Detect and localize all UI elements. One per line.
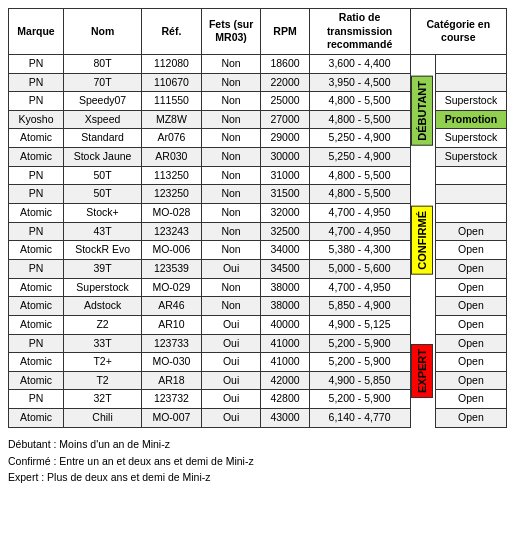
cell-ratio: 4,700 - 4,950 (309, 222, 410, 241)
cell-fets: Oui (201, 334, 261, 353)
cell-marque: Atomic (9, 315, 64, 334)
cell-ref: 123732 (142, 390, 202, 409)
cell-rpm: 42800 (261, 390, 309, 409)
badge-label-debutant: DÉBUTANT (411, 76, 433, 146)
cell-ratio: 4,800 - 5,500 (309, 166, 410, 185)
cell-rpm: 38000 (261, 297, 309, 316)
cell-ref: 112080 (142, 54, 202, 73)
cell-fets: Non (201, 129, 261, 148)
cell-ref: Ar076 (142, 129, 202, 148)
cell-fets: Oui (201, 409, 261, 428)
table-row: PN50T113250Non310004,800 - 5,500CONFIRMÉ (9, 166, 507, 185)
cell-ratio: 5,200 - 5,900 (309, 390, 410, 409)
cell-ref: MO-007 (142, 409, 202, 428)
cell-fets: Non (201, 166, 261, 185)
cell-ratio: 3,950 - 4,500 (309, 73, 410, 92)
cell-cat: Open (435, 334, 506, 353)
cell-ratio: 5,000 - 5,600 (309, 259, 410, 278)
cell-ref: 123243 (142, 222, 202, 241)
cell-ref: AR46 (142, 297, 202, 316)
cell-marque: PN (9, 92, 64, 111)
cell-marque: Atomic (9, 353, 64, 372)
cell-ratio: 3,600 - 4,400 (309, 54, 410, 73)
cell-ratio: 4,800 - 5,500 (309, 92, 410, 111)
cell-ref: MO-030 (142, 353, 202, 372)
cell-rpm: 30000 (261, 148, 309, 167)
cell-fets: Non (201, 73, 261, 92)
header-nom: Nom (64, 9, 142, 55)
cell-cat: Open (435, 241, 506, 260)
cell-marque: Atomic (9, 409, 64, 428)
header-cat: Catégorie en course (410, 9, 506, 55)
cell-ref: MO-006 (142, 241, 202, 260)
cell-nom: 80T (64, 54, 142, 73)
cell-rpm: 34000 (261, 241, 309, 260)
cell-cat (435, 204, 506, 223)
cell-cat: Open (435, 315, 506, 334)
cell-nom: StockR Evo (64, 241, 142, 260)
cell-marque: Kyosho (9, 110, 64, 129)
cell-marque: PN (9, 222, 64, 241)
cell-ref: MZ8W (142, 110, 202, 129)
cell-marque: Atomic (9, 371, 64, 390)
cell-ratio: 5,200 - 5,900 (309, 353, 410, 372)
cell-cat: Superstock (435, 92, 506, 111)
cell-fets: Oui (201, 259, 261, 278)
cell-fets: Oui (201, 315, 261, 334)
cell-ratio: 4,900 - 5,125 (309, 315, 410, 334)
cell-fets: Non (201, 54, 261, 73)
cell-ref: 113250 (142, 166, 202, 185)
cell-nom: 43T (64, 222, 142, 241)
cell-marque: PN (9, 390, 64, 409)
cell-rpm: 32000 (261, 204, 309, 223)
badge-expert: EXPERT (410, 315, 435, 427)
cell-rpm: 32500 (261, 222, 309, 241)
footnotes-section: Débutant : Moins d'un an de Mini-z Confi… (8, 436, 507, 486)
footnote-debutant: Débutant : Moins d'un an de Mini-z (8, 436, 507, 453)
cell-cat: Open (435, 259, 506, 278)
cell-rpm: 34500 (261, 259, 309, 278)
cell-ref: 111550 (142, 92, 202, 111)
cell-ratio: 6,140 - 4,770 (309, 409, 410, 428)
cell-ratio: 5,250 - 4,900 (309, 129, 410, 148)
footnote-confirme: Confirmé : Entre un an et deux ans et de… (8, 453, 507, 470)
cell-fets: Non (201, 297, 261, 316)
table-row: AtomicZ2AR10Oui400004,900 - 5,125EXPERTO… (9, 315, 507, 334)
cell-rpm: 41000 (261, 353, 309, 372)
cell-rpm: 25000 (261, 92, 309, 111)
cell-fets: Oui (201, 353, 261, 372)
cell-marque: Atomic (9, 148, 64, 167)
cell-ref: AR10 (142, 315, 202, 334)
cell-marque: Atomic (9, 278, 64, 297)
header-marque: Marque (9, 9, 64, 55)
cell-ratio: 5,850 - 4,900 (309, 297, 410, 316)
cell-fets: Non (201, 204, 261, 223)
cell-fets: Non (201, 241, 261, 260)
cell-ratio: 5,250 - 4,900 (309, 148, 410, 167)
cell-nom: Superstock (64, 278, 142, 297)
cell-marque: PN (9, 166, 64, 185)
cell-ratio: 4,700 - 4,950 (309, 204, 410, 223)
badge-label-expert: EXPERT (411, 344, 433, 398)
cell-cat: Open (435, 390, 506, 409)
cell-rpm: 31000 (261, 166, 309, 185)
cell-rpm: 27000 (261, 110, 309, 129)
cell-nom: 32T (64, 390, 142, 409)
cell-ref: 123733 (142, 334, 202, 353)
cell-rpm: 40000 (261, 315, 309, 334)
cell-nom: 70T (64, 73, 142, 92)
cell-rpm: 43000 (261, 409, 309, 428)
header-rpm: RPM (261, 9, 309, 55)
cell-cat: Open (435, 409, 506, 428)
cell-nom: Z2 (64, 315, 142, 334)
cell-ref: AR030 (142, 148, 202, 167)
header-fets: Fets (sur MR03) (201, 9, 261, 55)
cell-nom: Chili (64, 409, 142, 428)
cell-marque: Atomic (9, 297, 64, 316)
cell-fets: Non (201, 185, 261, 204)
header-ratio: Ratio de transmission recommandé (309, 9, 410, 55)
cell-cat (435, 73, 506, 92)
cell-marque: PN (9, 73, 64, 92)
cell-marque: PN (9, 185, 64, 204)
cell-ratio: 4,800 - 5,500 (309, 185, 410, 204)
